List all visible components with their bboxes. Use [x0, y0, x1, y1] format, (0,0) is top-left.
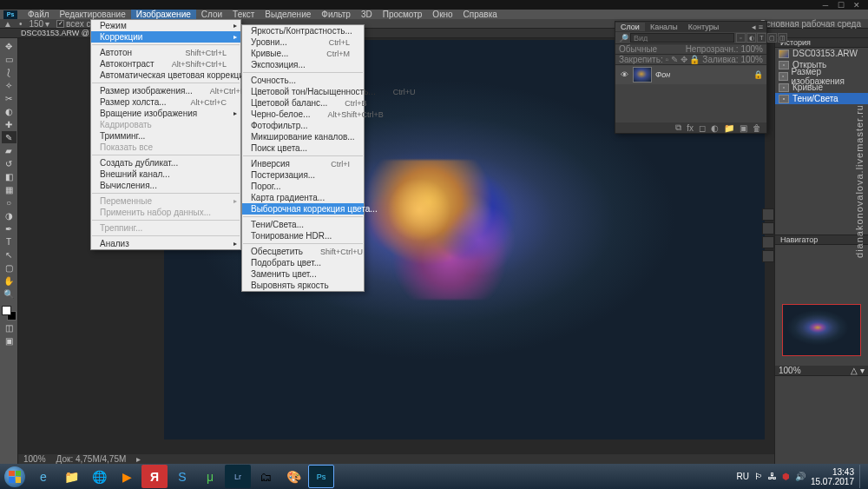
close-button[interactable]: ✕: [849, 1, 865, 9]
filter-adjust-icon[interactable]: ◐: [746, 33, 756, 43]
menu-item[interactable]: Порог...: [242, 181, 364, 192]
menu-item[interactable]: Карта градиента...: [242, 192, 364, 203]
crop-tool[interactable]: ✂: [2, 92, 16, 104]
dock-tab-3[interactable]: [762, 236, 774, 248]
dodge-tool[interactable]: ◑: [2, 209, 16, 221]
screen-mode-icon[interactable]: ▣: [2, 334, 16, 347]
panel-menu-icon[interactable]: ◂ ≡: [748, 23, 766, 31]
menu-item[interactable]: Яркость/Контрастность...: [242, 25, 364, 36]
show-desktop-button[interactable]: [859, 465, 865, 488]
start-button[interactable]: [0, 464, 30, 489]
filter-smart-icon[interactable]: ◫: [778, 33, 787, 43]
menu-текст[interactable]: Текст: [227, 10, 260, 19]
menu-выделение[interactable]: Выделение: [260, 10, 316, 19]
tray-lang[interactable]: RU: [736, 472, 748, 481]
dock-tab-4[interactable]: [762, 250, 774, 262]
taskbar-app1[interactable]: 🗂: [253, 465, 279, 488]
maximize-button[interactable]: ☐: [833, 1, 849, 9]
menu-изображение[interactable]: Изображение: [131, 10, 196, 19]
menu-слои[interactable]: Слои: [196, 10, 227, 19]
filter-type-icon[interactable]: T: [757, 33, 766, 43]
link-layers-icon[interactable]: ⧉: [675, 122, 681, 133]
filter-pixel-icon[interactable]: ▫: [736, 33, 746, 43]
pen-tool[interactable]: ✒: [2, 222, 16, 235]
tray-network-icon[interactable]: 🖧: [768, 472, 777, 481]
history-panel-title[interactable]: История: [775, 38, 868, 48]
marquee-tool[interactable]: ▭: [2, 53, 16, 65]
zoom-tool[interactable]: 🔍: [2, 287, 16, 300]
shape-tool[interactable]: ▢: [2, 261, 16, 274]
menu-item[interactable]: Подобрать цвет...: [242, 257, 364, 268]
lasso-tool[interactable]: ⟅: [2, 66, 16, 78]
menu-item[interactable]: Тонирование HDR...: [242, 230, 364, 241]
delete-layer-icon[interactable]: 🗑: [753, 123, 761, 133]
menu-редактирование[interactable]: Редактирование: [55, 10, 131, 19]
minimize-button[interactable]: ─: [818, 1, 833, 9]
menu-файл[interactable]: Файл: [23, 10, 55, 19]
taskbar-utorrent[interactable]: μ: [197, 465, 223, 488]
foreground-color-swatch[interactable]: [2, 306, 11, 315]
menu-item[interactable]: Постеризация...: [242, 169, 364, 181]
menu-item[interactable]: Уровни...Ctrl+L: [242, 36, 364, 48]
color-swatches[interactable]: [2, 306, 16, 320]
menu-item[interactable]: Размер холста...Alt+Ctrl+C: [91, 96, 240, 108]
menu-item[interactable]: Сочность...: [242, 75, 364, 86]
taskbar-wmp[interactable]: ▶: [114, 465, 140, 488]
brush-tool[interactable]: ✎: [2, 131, 16, 143]
docsize-readout[interactable]: Док: 4,75M/4,75M: [56, 454, 127, 464]
menu-окно[interactable]: Окно: [427, 10, 457, 19]
healing-brush-tool[interactable]: ✚: [2, 118, 16, 130]
menu-item[interactable]: Цветовой баланс...Ctrl+B: [242, 97, 364, 109]
tray-volume-icon[interactable]: 🔊: [795, 472, 806, 481]
quick-mask-icon[interactable]: ◫: [2, 321, 16, 334]
clone-stamp-tool[interactable]: ▰: [2, 144, 16, 156]
menu-item[interactable]: АвтоконтрастAlt+Shift+Ctrl+L: [91, 58, 240, 69]
all-layers-checkbox[interactable]: ✓: [56, 20, 64, 28]
taskbar-paint[interactable]: 🎨: [280, 465, 306, 488]
menu-справка[interactable]: Справка: [458, 10, 503, 19]
layer-mask-icon[interactable]: ◻: [699, 123, 706, 133]
menu-item[interactable]: Тримминг...: [91, 130, 240, 142]
size-field[interactable]: 150: [29, 19, 43, 29]
adjustment-layer-icon[interactable]: ◐: [711, 123, 719, 133]
tab-paths[interactable]: Контуры: [683, 23, 724, 31]
menu-item[interactable]: Выровнять яркость: [242, 280, 364, 291]
menu-фильтр[interactable]: Фильтр: [316, 10, 356, 19]
path-select-tool[interactable]: ↖: [2, 248, 16, 261]
menu-item[interactable]: Цветовой тон/Насыщенность...Ctrl+U: [242, 86, 364, 97]
new-layer-icon[interactable]: ▣: [740, 123, 747, 133]
filter-icon[interactable]: 🔎: [619, 34, 628, 43]
menu-item[interactable]: Создать дубликат...: [91, 157, 240, 169]
tray-security-icon[interactable]: ⬢: [782, 472, 790, 481]
navigator-thumb[interactable]: [782, 304, 861, 356]
menu-item[interactable]: Размер изображения...Alt+Ctrl+I: [91, 85, 240, 96]
visibility-icon[interactable]: 👁: [619, 70, 629, 79]
taskbar-lightroom[interactable]: Lr: [225, 465, 251, 488]
layer-row-background[interactable]: 👁 Фон 🔒: [615, 65, 766, 84]
taskbar-chrome[interactable]: 🌐: [86, 465, 112, 488]
move-tool[interactable]: ✥: [2, 40, 16, 52]
dock-tab-1[interactable]: [762, 208, 774, 221]
zoom-options-icon[interactable]: △ ▾: [851, 366, 865, 375]
menu-item[interactable]: Автоматическая цветовая коррекцияShift+C…: [91, 69, 240, 81]
history-document[interactable]: DSC03153.ARW: [775, 48, 868, 59]
menu-3d[interactable]: 3D: [356, 10, 378, 19]
menu-item[interactable]: Внешний канал...: [91, 169, 240, 180]
menu-просмотр[interactable]: Просмотр: [378, 10, 428, 19]
menu-item[interactable]: АвтотонShift+Ctrl+L: [91, 47, 240, 58]
magic-wand-tool[interactable]: ✧: [2, 79, 16, 91]
menu-item[interactable]: Вращение изображения: [91, 108, 240, 119]
taskbar-photoshop[interactable]: Ps: [308, 465, 334, 488]
history-step[interactable]: ▫Тени/Света: [775, 93, 868, 104]
menu-item[interactable]: Экспозиция...: [242, 59, 364, 70]
taskbar-yandex[interactable]: Я: [141, 465, 168, 488]
group-icon[interactable]: 📁: [724, 123, 734, 133]
layer-name[interactable]: Фон: [655, 70, 750, 79]
menu-item[interactable]: Коррекции: [91, 31, 240, 43]
taskbar-ie[interactable]: e: [30, 465, 56, 488]
taskbar-explorer[interactable]: 📁: [58, 465, 84, 488]
menu-item[interactable]: Кривые...Ctrl+M: [242, 48, 364, 59]
gradient-tool[interactable]: ▦: [2, 183, 16, 195]
hand-tool[interactable]: ✋: [2, 274, 16, 287]
menu-item[interactable]: Выборочная коррекция цвета...: [242, 203, 364, 215]
